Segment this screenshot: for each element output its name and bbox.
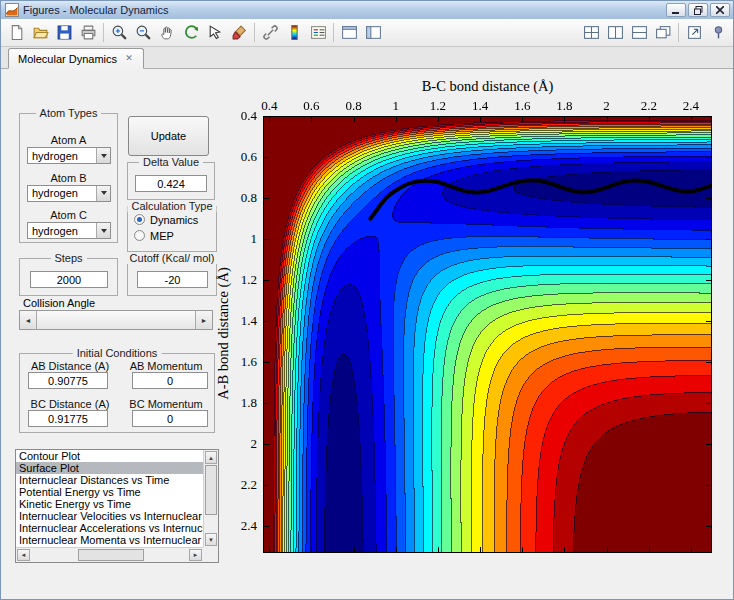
link-plot-button[interactable] [258,21,282,45]
atom-dropdown[interactable]: hydrogen [27,185,111,202]
vertical-scrollbar[interactable] [203,450,218,547]
initial-conditions-group: Initial Conditions AB Distance (A)AB Mom… [19,353,215,433]
tab-close-icon[interactable] [124,54,134,64]
pan-button[interactable] [155,21,179,45]
list-item[interactable]: Internuclear Momenta vs Internuclear Dis… [16,534,203,546]
horizontal-scrollbar[interactable] [16,547,203,562]
new-figure-button[interactable] [4,21,28,45]
show-plot-tools-button[interactable] [361,21,385,45]
delta-value-field[interactable] [135,175,207,192]
slider-right-arrow-icon[interactable] [195,311,212,329]
dropdown-arrow-icon[interactable] [96,148,110,163]
x-tick-label: 1.4 [460,98,500,114]
init-field-input[interactable] [132,372,208,389]
plot-type-listbox: Contour PlotSurface PlotInternuclear Dis… [15,449,219,563]
list-item[interactable]: Kinetic Energy vs Time [16,498,203,510]
hide-plot-tools-button[interactable] [337,21,361,45]
tab-bar: Molecular Dynamics [1,47,733,69]
init-field-label: BC Momentum [120,398,212,410]
init-field-input[interactable] [28,410,108,427]
collision-angle-slider[interactable] [19,310,213,330]
radio-icon [134,214,145,225]
y-tick-label: 1.6 [213,355,257,368]
contour-plot-canvas[interactable] [263,116,712,553]
print-figure-icon [80,24,97,41]
y-tick-label: 1.4 [213,314,257,327]
atom-types-group: Atom Types Atom AhydrogenAtom BhydrogenA… [19,113,118,243]
init-field-input[interactable] [28,372,108,389]
rotate-3d-button[interactable] [179,21,203,45]
list-item[interactable]: Potential Energy vs Time [16,486,203,498]
cutoff-group: Cutoff (Kcal/ mol) [127,258,217,296]
list-item[interactable]: Contour Plot [16,450,203,462]
scroll-down-icon[interactable] [205,533,217,546]
print-figure-button[interactable] [76,21,100,45]
scroll-left-icon[interactable] [17,549,30,561]
brush-data-button[interactable] [227,21,251,45]
radio-option-dynamics[interactable]: Dynamics [134,213,198,226]
split-top-bottom-button[interactable] [627,21,651,45]
open-file-button[interactable] [28,21,52,45]
steps-field[interactable] [30,271,108,288]
init-field-label: AB Distance (A) [24,360,116,372]
steps-legend: Steps [50,252,86,264]
save-figure-button[interactable] [52,21,76,45]
titlebar[interactable]: Figures - Molecular Dynamics [1,1,733,19]
split-left-right-button[interactable] [603,21,627,45]
figure-content: Atom Types Atom AhydrogenAtom BhydrogenA… [1,69,733,600]
y-tick-label: 0.4 [213,109,257,122]
radio-option-mep[interactable]: MEP [134,229,174,242]
link-plot-icon [262,24,279,41]
x-tick-label: 0.6 [291,98,331,114]
minimize-button[interactable] [666,3,686,17]
slider-left-arrow-icon[interactable] [20,311,37,329]
scroll-up-icon[interactable] [205,451,217,464]
save-figure-icon [56,24,73,41]
zoom-in-button[interactable] [107,21,131,45]
slider-thumb[interactable] [37,311,195,329]
delta-value-legend: Delta Value [139,156,203,168]
update-button[interactable]: Update [128,116,209,156]
pin-icon [710,24,727,41]
x-tick-label: 1.2 [418,98,458,114]
dropdown-arrow-icon[interactable] [96,223,110,238]
cutoff-field[interactable] [137,271,208,288]
x-tick-label: 2 [587,98,627,114]
pin-button[interactable] [706,21,730,45]
scroll-right-icon[interactable] [189,549,202,561]
atom-type-label: Atom B [20,172,117,184]
list-item[interactable]: Internuclear Velocities vs Internuclear … [16,510,203,522]
radio-label: MEP [150,230,174,242]
restore-icon [694,6,703,15]
y-tick-label: 0.8 [213,191,257,204]
undock-button[interactable] [682,21,706,45]
x-tick-label: 1.8 [544,98,584,114]
x-tick-label: 0.8 [334,98,374,114]
close-button[interactable] [710,3,730,17]
atom-dropdown[interactable]: hydrogen [27,222,111,239]
y-tick-label: 2 [213,437,257,450]
calculation-type-group: Calculation Type DynamicsMEP [127,206,217,252]
list-item[interactable]: Internuclear Accelerations vs Internucle… [16,522,203,534]
init-field-input[interactable] [132,410,208,427]
tile-all-button[interactable] [579,21,603,45]
toolbar-separator [333,23,334,42]
zoom-out-button[interactable] [131,21,155,45]
horizontal-scroll-thumb[interactable] [78,549,144,561]
atom-dropdown[interactable]: hydrogen [27,147,111,164]
data-cursor-button[interactable] [203,21,227,45]
dropdown-arrow-icon[interactable] [96,186,110,201]
open-file-icon [32,24,49,41]
insert-legend-button[interactable] [306,21,330,45]
window-title: Figures - Molecular Dynamics [23,4,168,16]
float-windows-button[interactable] [651,21,675,45]
atom-dropdown-value: hydrogen [32,150,96,162]
list-item[interactable]: Internuclear Distances vs Time [16,474,203,486]
list-item[interactable]: Surface Plot [16,462,203,474]
figure-toolbar [1,19,733,47]
scrollbar-corner [203,547,218,562]
insert-colorbar-button[interactable] [282,21,306,45]
toolbar-separator [678,23,679,42]
maximize-button[interactable] [688,3,708,17]
tab-molecular-dynamics[interactable]: Molecular Dynamics [8,48,144,69]
